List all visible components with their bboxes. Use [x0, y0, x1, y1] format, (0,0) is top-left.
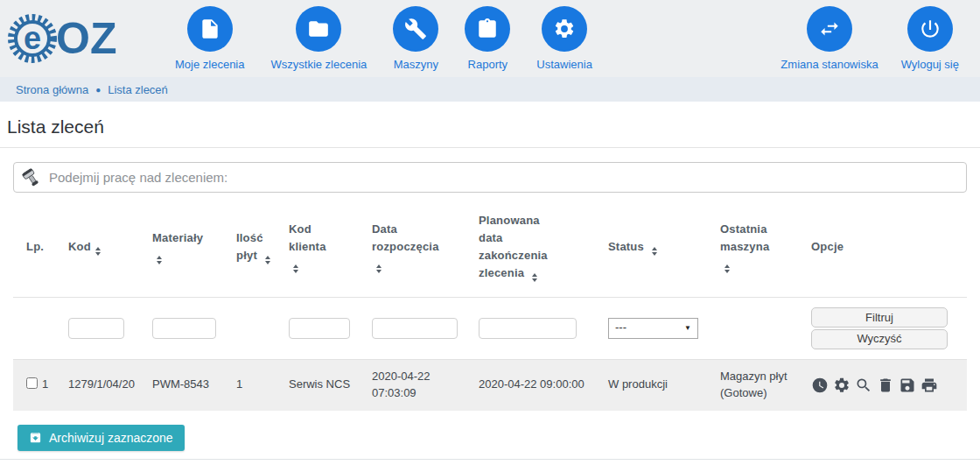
breadcrumb-home-link[interactable]: Strona główna: [16, 83, 88, 96]
wrench-icon: [393, 6, 438, 52]
column-header-materialy[interactable]: Materiały: [139, 198, 223, 297]
nav-label: Wszystkie zlecenia: [271, 58, 368, 71]
row-ilosc-plyt: 1: [223, 360, 276, 411]
scan-prompt-text: Podejmij pracę nad zleceniem:: [49, 170, 228, 185]
column-header-kod[interactable]: Kod: [55, 198, 139, 297]
row-options: [811, 377, 963, 394]
sort-icon[interactable]: [293, 264, 298, 273]
row-kod-klienta: Serwis NCS: [276, 360, 359, 411]
archive-icon: [29, 431, 42, 444]
table-header-row: Lp. Kod Materiały Ilość płyt Kod klienta…: [13, 198, 967, 297]
sort-icon[interactable]: [532, 273, 537, 282]
row-materialy: PWM-8543: [139, 360, 223, 411]
barcode-scanner-icon: [22, 168, 41, 187]
column-header-status[interactable]: Status: [595, 198, 707, 297]
page-title: Lista zleceń: [7, 116, 980, 137]
sort-icon[interactable]: [724, 264, 730, 273]
nav-item-maszyny[interactable]: Maszyny: [393, 0, 438, 71]
folder-icon: [296, 6, 341, 52]
column-header-ostatnia-maszyna[interactable]: Ostatnia maszyna: [707, 198, 798, 297]
title-divider: [0, 147, 980, 148]
nav-item-ustawienia[interactable]: Ustawienia: [536, 0, 592, 71]
breadcrumb-current: Lista zleceń: [108, 83, 168, 96]
row-kod: 1279/1/04/20: [55, 360, 139, 411]
swap-arrows-icon: [807, 6, 852, 52]
sort-icon[interactable]: [376, 264, 382, 273]
filter-data-rozpoczecia-input[interactable]: [372, 318, 458, 339]
nav-label: Wyloguj się: [901, 58, 959, 71]
row-planowana-data: 2020-04-22 09:00:00: [466, 360, 595, 411]
page-head: Lista zleceń: [0, 102, 980, 137]
top-bar: e OZ Moje zlecenia Wszystkie zlecenia Ma…: [0, 0, 980, 77]
breadcrumb: Strona główna ● Lista zleceń: [0, 77, 980, 102]
sort-icon[interactable]: [652, 247, 657, 256]
column-header-lp: Lp.: [13, 198, 55, 297]
filter-row: --- ▼ Filtruj Wyczyść: [13, 297, 967, 360]
logo-gear-icon: e OZ: [5, 8, 126, 66]
main-nav: Moje zlecenia Wszystkie zlecenia Maszyny…: [175, 0, 592, 71]
row-data-rozpoczecia: 2020-04-22 07:03:09: [359, 360, 466, 411]
breadcrumb-separator: ●: [95, 85, 101, 95]
table-row: 1 1279/1/04/20 PWM-8543 1 Serwis NCS 202…: [13, 360, 967, 411]
archive-selected-button[interactable]: Archiwizuj zaznaczone: [18, 425, 185, 451]
column-header-kod-klienta[interactable]: Kod klienta: [276, 198, 359, 297]
gear-icon: [542, 6, 587, 52]
column-header-planowana-data[interactable]: Planowana data zakończenia zlecenia: [466, 198, 595, 297]
svg-text:e: e: [24, 20, 41, 56]
nav-label: Zmiana stanowiska: [780, 58, 878, 71]
bottom-divider: [0, 459, 980, 460]
nav-item-zmiana-stanowiska[interactable]: Zmiana stanowiska: [780, 0, 878, 71]
save-icon[interactable]: [899, 377, 916, 394]
column-header-opcje: Opcje: [798, 198, 967, 297]
row-lp: 1: [42, 377, 48, 393]
filter-kod-input[interactable]: [68, 318, 124, 339]
nav-item-wszystkie-zlecenia[interactable]: Wszystkie zlecenia: [271, 0, 368, 71]
gear-icon[interactable]: [833, 377, 850, 394]
nav-label: Ustawienia: [536, 58, 592, 71]
clipboard-icon: [465, 6, 510, 52]
row-select-checkbox[interactable]: [26, 377, 38, 389]
sort-icon[interactable]: [95, 247, 101, 256]
app-logo[interactable]: e OZ: [5, 8, 126, 69]
filter-materialy-input[interactable]: [152, 318, 216, 339]
filter-status-select[interactable]: --- ▼: [608, 318, 698, 339]
column-header-ilosc-plyt[interactable]: Ilość płyt: [223, 198, 276, 297]
filter-kod-klienta-input[interactable]: [289, 318, 350, 339]
nav-label: Raporty: [468, 58, 508, 71]
column-header-data-rozpoczecia[interactable]: Data rozpoczęcia: [359, 198, 466, 297]
archive-button-label: Archiwizuj zaznaczone: [49, 431, 173, 445]
sort-icon[interactable]: [265, 256, 270, 264]
nav-item-wyloguj[interactable]: Wyloguj się: [901, 0, 959, 71]
search-icon[interactable]: [855, 377, 872, 394]
row-ostatnia-maszyna: Magazyn płyt (Gotowe): [707, 360, 798, 411]
right-nav: Zmiana stanowiska Wyloguj się: [780, 0, 959, 71]
chevron-down-icon: ▼: [684, 323, 691, 334]
power-icon: [907, 6, 953, 52]
nav-item-raporty[interactable]: Raporty: [465, 0, 510, 71]
scan-order-input[interactable]: Podejmij pracę nad zleceniem:: [13, 162, 967, 193]
sort-icon[interactable]: [157, 256, 162, 264]
svg-text:OZ: OZ: [56, 14, 116, 63]
nav-label: Maszyny: [394, 58, 438, 71]
nav-item-moje-zlecenia[interactable]: Moje zlecenia: [175, 0, 245, 71]
status-select-value: ---: [615, 320, 626, 336]
clear-filter-button[interactable]: Wyczyść: [811, 329, 948, 349]
row-status: W produkcji: [595, 360, 707, 411]
orders-table: Lp. Kod Materiały Ilość płyt Kod klienta…: [13, 198, 967, 411]
clock-icon[interactable]: [811, 377, 829, 394]
print-icon[interactable]: [920, 377, 938, 394]
nav-label: Moje zlecenia: [175, 58, 245, 71]
filter-planowana-data-input[interactable]: [479, 318, 577, 339]
document-icon: [187, 6, 233, 52]
trash-icon[interactable]: [877, 377, 894, 394]
filter-button[interactable]: Filtruj: [811, 307, 948, 328]
